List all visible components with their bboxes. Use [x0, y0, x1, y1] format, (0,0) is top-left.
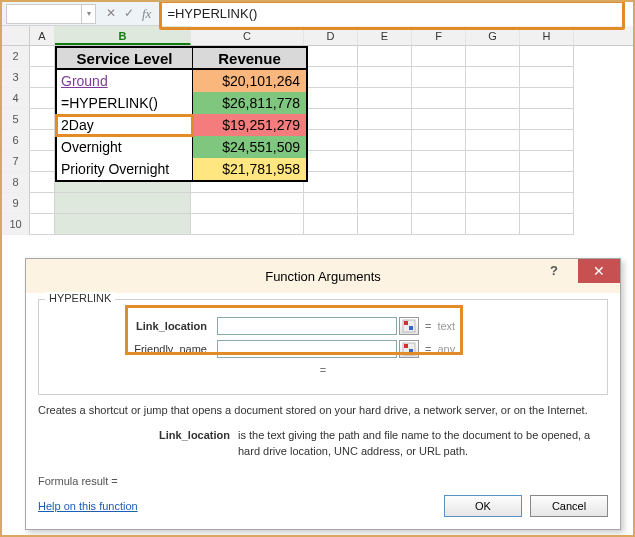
friendly-name-input[interactable] [217, 340, 397, 358]
dialog-help-button[interactable]: ? [534, 259, 574, 283]
link-location-input[interactable] [217, 317, 397, 335]
fx-icon[interactable]: fx [142, 6, 151, 22]
svg-rect-5 [409, 349, 413, 353]
refedit-button[interactable] [399, 340, 419, 358]
param-name: Link_location [38, 428, 238, 459]
formula-input[interactable]: =HYPERLINK() [161, 2, 633, 26]
arguments-group: HYPERLINK Link_location = text Friendly_… [38, 299, 608, 395]
col-header-F[interactable]: F [412, 26, 466, 45]
cell-revenue[interactable]: $26,811,778 [193, 92, 306, 114]
row-header[interactable]: 6 [2, 130, 30, 151]
arg-type: text [437, 320, 455, 332]
table-header-revenue: Revenue [193, 48, 306, 70]
cell-revenue[interactable]: $24,551,509 [193, 136, 306, 158]
cancel-button[interactable]: Cancel [530, 495, 608, 517]
table-row: Priority Overnight $21,781,958 [57, 158, 306, 180]
col-header-G[interactable]: G [466, 26, 520, 45]
cell-revenue[interactable]: $20,101,264 [193, 70, 306, 92]
col-header-C[interactable]: C [191, 26, 304, 45]
row-header[interactable]: 2 [2, 46, 30, 67]
table-row: 2Day $19,251,279 [57, 114, 306, 136]
ok-button[interactable]: OK [444, 495, 522, 517]
arg-row-link-location: Link_location = text [47, 315, 599, 337]
col-header-A[interactable]: A [30, 26, 55, 45]
dialog-title: Function Arguments [265, 269, 381, 284]
arg-row-friendly-name: Friendly_name = any [47, 338, 599, 360]
col-header-E[interactable]: E [358, 26, 412, 45]
worksheet-grid[interactable]: A B C D E F G H 2 3 4 5 6 7 8 9 10 Servi… [2, 26, 633, 258]
table-row: Ground $20,101,264 [57, 70, 306, 92]
name-box-dropdown[interactable]: ▾ [82, 4, 96, 24]
function-description: Creates a shortcut or jump that opens a … [38, 403, 608, 418]
arg-type: any [437, 343, 455, 355]
cell-revenue[interactable]: $21,781,958 [193, 158, 306, 180]
cell-service[interactable]: Overnight [57, 136, 193, 158]
function-name-label: HYPERLINK [45, 292, 115, 304]
row-header[interactable]: 7 [2, 151, 30, 172]
accept-formula-icon[interactable]: ✓ [124, 6, 134, 22]
help-on-function-link[interactable]: Help on this function [38, 500, 138, 512]
table-row: Overnight $24,551,509 [57, 136, 306, 158]
row-header[interactable]: 5 [2, 109, 30, 130]
table-row: =HYPERLINK() $26,811,778 [57, 92, 306, 114]
svg-rect-2 [409, 326, 413, 330]
refedit-button[interactable] [399, 317, 419, 335]
cell-revenue[interactable]: $19,251,279 [193, 114, 306, 136]
cell-service-editing[interactable]: =HYPERLINK() [57, 92, 193, 114]
arg-label: Friendly_name [47, 343, 217, 355]
equals-icon: = [419, 343, 437, 355]
row-header[interactable]: 8 [2, 172, 30, 193]
col-header-H[interactable]: H [520, 26, 574, 45]
row-header[interactable]: 10 [2, 214, 30, 235]
svg-rect-4 [404, 344, 408, 348]
formula-result: Formula result = [38, 475, 608, 487]
cell-service[interactable]: Priority Overnight [57, 158, 193, 180]
row-header[interactable]: 9 [2, 193, 30, 214]
param-description: Link_location is the text giving the pat… [38, 428, 608, 459]
equals-icon: = [419, 320, 437, 332]
function-arguments-dialog: Function Arguments ? ✕ HYPERLINK Link_lo… [25, 258, 621, 530]
param-text: is the text giving the path and file nam… [238, 428, 608, 459]
row-header[interactable]: 4 [2, 88, 30, 109]
col-header-B[interactable]: B [55, 26, 191, 45]
arg-label: Link_location [47, 320, 217, 332]
dialog-titlebar[interactable]: Function Arguments ? ✕ [26, 259, 620, 293]
dialog-close-button[interactable]: ✕ [578, 259, 620, 283]
cell-service[interactable]: 2Day [57, 114, 193, 136]
name-box[interactable] [6, 4, 82, 24]
column-headers: A B C D E F G H [2, 26, 633, 46]
cell-service[interactable]: Ground [57, 70, 193, 92]
col-header-D[interactable]: D [304, 26, 358, 45]
svg-rect-1 [404, 321, 408, 325]
table-header-service: Service Level [57, 48, 193, 70]
data-table: Service Level Revenue Ground $20,101,264… [55, 46, 308, 182]
row-header[interactable]: 3 [2, 67, 30, 88]
formula-bar: ▾ ✕ ✓ fx =HYPERLINK() [2, 2, 633, 26]
cancel-formula-icon[interactable]: ✕ [106, 6, 116, 22]
